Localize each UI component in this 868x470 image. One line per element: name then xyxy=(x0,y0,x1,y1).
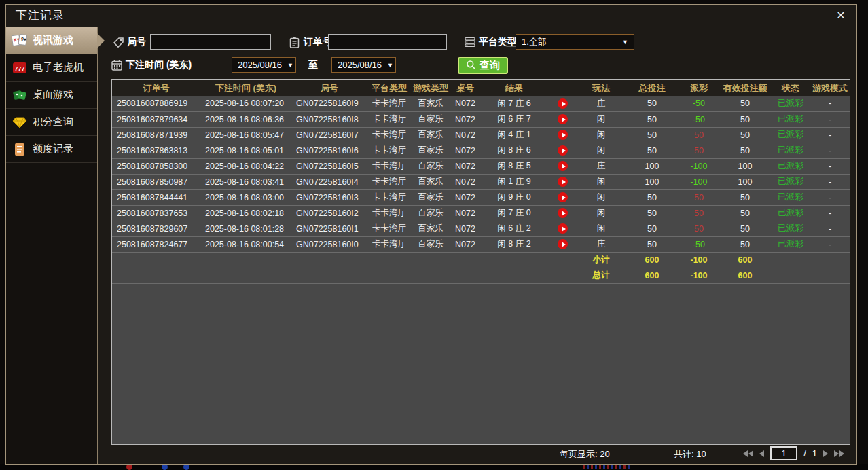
bet-time-label: 下注时间 (美东) xyxy=(126,59,192,71)
cell-result: 闲 9 庄 0 xyxy=(480,189,548,205)
cell-order-no: 250816087858300 xyxy=(112,158,200,174)
cell-bet-type: 庄 xyxy=(577,96,626,111)
cell-mode: - xyxy=(810,96,850,111)
cell-play xyxy=(548,189,577,205)
cell-round-no: GN072258160I7 xyxy=(291,127,367,143)
replay-icon[interactable] xyxy=(558,192,568,202)
cell-bet-type: 庄 xyxy=(577,236,626,252)
col-valid-bet: 有效投注额 xyxy=(719,80,771,96)
playing-cards-icon: K♥ 9♠ xyxy=(12,33,28,48)
replay-icon[interactable] xyxy=(558,223,568,234)
cell-status: 已派彩 xyxy=(771,236,810,252)
close-icon[interactable]: ✕ xyxy=(833,8,848,23)
last-page-icon[interactable] xyxy=(834,450,844,457)
cell-table-no: N072 xyxy=(450,236,480,252)
cell-total-bet: 50 xyxy=(626,127,679,143)
first-page-icon[interactable] xyxy=(743,450,753,457)
cell-round-no: GN072258160I6 xyxy=(291,143,367,158)
filter-bar: 局号 订单号 平台类型 xyxy=(98,27,856,79)
replay-icon[interactable] xyxy=(558,177,568,187)
query-button[interactable]: 查询 xyxy=(458,57,508,74)
replay-icon[interactable] xyxy=(558,239,568,249)
cell-order-no: 250816087829607 xyxy=(112,221,200,236)
dialog-title: 下注记录 xyxy=(16,7,65,23)
replay-icon[interactable] xyxy=(558,98,568,109)
sidebar-item-table-games[interactable]: 桌面游戏 xyxy=(6,82,97,109)
replay-icon[interactable] xyxy=(558,114,568,124)
prev-page-icon[interactable] xyxy=(759,450,764,457)
cell-order-no: 250816087886919 xyxy=(112,96,200,111)
cell-bet-type: 闲 xyxy=(577,111,626,127)
date-to-select[interactable]: 2025/08/16 ▼ xyxy=(331,57,396,73)
bead-player-icon xyxy=(183,464,189,470)
table-row: 2508160878376532025-08-16 08:02:18GN0722… xyxy=(112,205,850,221)
cell-game-type: 百家乐 xyxy=(411,143,450,158)
cell-order-no: 250816087871939 xyxy=(112,127,200,143)
cell-valid-bet: 50 xyxy=(719,143,771,158)
cell-game-type: 百家乐 xyxy=(411,236,450,252)
cell-platform: 卡卡湾厅 xyxy=(367,96,411,111)
dialog-titlebar: 下注记录 ✕ xyxy=(6,5,856,26)
sidebar: K♥ 9♠ 视讯游戏 777 电子老虎机 xyxy=(6,27,98,464)
bet-time-label-group: 下注时间 (美东) xyxy=(111,59,192,71)
cell-table-no: N072 xyxy=(450,127,480,143)
page-input[interactable] xyxy=(770,446,797,460)
cell-game-type: 百家乐 xyxy=(411,127,450,143)
cell-table-no: N072 xyxy=(450,143,480,158)
cell-round-no: GN072258160I1 xyxy=(291,221,367,236)
cell-total-bet: 50 xyxy=(626,96,679,111)
sidebar-item-quota-record[interactable]: 额度记录 xyxy=(6,136,97,163)
table-row: 2508160878638132025-08-16 08:05:01GN0722… xyxy=(112,143,850,158)
pagination-bar: 每页显示: 20 共计: 10 / 1 xyxy=(98,444,856,464)
table-row: 2508160878719392025-08-16 08:05:47GN0722… xyxy=(112,127,850,143)
cell-order-no: 250816087837653 xyxy=(112,205,200,221)
calendar-icon xyxy=(111,60,123,71)
cell-total-bet: 50 xyxy=(626,143,679,158)
order-no-label-group: 订单号 xyxy=(289,36,332,48)
sidebar-item-points[interactable]: 积分查询 xyxy=(6,109,97,136)
cell-platform: 卡卡湾厅 xyxy=(367,221,411,236)
cell-mode: - xyxy=(810,189,850,205)
cell-valid-bet: 100 xyxy=(719,158,771,174)
order-no-input[interactable] xyxy=(328,34,447,50)
sidebar-item-live-games[interactable]: K♥ 9♠ 视讯游戏 xyxy=(6,27,97,54)
sidebar-item-label: 视讯游戏 xyxy=(33,34,73,47)
cell-mode: - xyxy=(810,236,850,252)
subtotal-total-bet: 600 xyxy=(626,252,679,268)
cell-bet-type: 闲 xyxy=(577,189,626,205)
platform-type-select[interactable]: 1.全部 ▼ xyxy=(516,34,634,50)
col-result: 结果 xyxy=(480,80,548,96)
cell-result: 闲 7 庄 0 xyxy=(480,205,548,221)
replay-icon[interactable] xyxy=(558,130,568,140)
cell-bet-type: 闲 xyxy=(577,143,626,158)
replay-icon[interactable] xyxy=(558,145,568,156)
platform-type-value: 1.全部 xyxy=(522,36,547,48)
dice-icon xyxy=(12,88,28,103)
next-page-icon[interactable] xyxy=(823,450,828,457)
cell-round-no: GN072258160I2 xyxy=(291,205,367,221)
replay-icon[interactable] xyxy=(558,161,568,171)
clipboard-icon xyxy=(289,37,301,48)
date-from-select[interactable]: 2025/08/16 ▼ xyxy=(232,57,296,73)
sidebar-item-slots[interactable]: 777 电子老虎机 xyxy=(6,54,97,82)
total-total-bet: 600 xyxy=(626,268,679,283)
server-list-icon xyxy=(465,37,476,48)
cell-status: 已派彩 xyxy=(771,189,810,205)
round-no-input[interactable] xyxy=(150,34,271,50)
cell-bet-time: 2025-08-16 08:00:54 xyxy=(200,236,291,252)
cell-order-no: 250816087844441 xyxy=(112,189,200,205)
cell-payout: -100 xyxy=(679,174,719,189)
replay-icon[interactable] xyxy=(558,208,568,218)
chevron-down-icon: ▼ xyxy=(287,62,293,69)
cell-status: 已派彩 xyxy=(771,96,810,111)
cell-platform: 卡卡湾厅 xyxy=(367,174,411,189)
cell-order-no: 250816087863813 xyxy=(112,143,200,158)
cell-game-type: 百家乐 xyxy=(411,189,450,205)
col-replay xyxy=(548,80,577,96)
cell-mode: - xyxy=(810,111,850,127)
cell-status: 已派彩 xyxy=(771,111,810,127)
col-round-no: 局号 xyxy=(291,80,367,96)
search-icon xyxy=(466,60,477,71)
cell-bet-type: 庄 xyxy=(577,158,626,174)
cell-payout: -50 xyxy=(679,111,719,127)
